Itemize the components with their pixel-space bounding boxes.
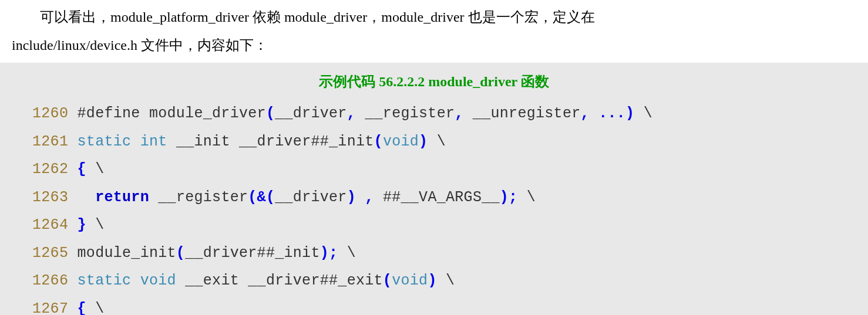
code-token: \ bbox=[428, 133, 446, 150]
line-number: 1261 bbox=[32, 133, 68, 150]
code-token bbox=[131, 133, 140, 150]
code-token: void bbox=[392, 272, 428, 289]
code-title: 示例代码 56.2.2.2 module_driver 函数 bbox=[32, 69, 836, 96]
code-token: #define module_driver bbox=[68, 105, 266, 122]
code-token bbox=[68, 216, 77, 233]
code-line: 1264 } \ bbox=[32, 211, 836, 239]
code-token: __register bbox=[149, 189, 248, 206]
code-line: 1263 return __register(&(__driver) , ##_… bbox=[32, 184, 836, 212]
line-number: 1260 bbox=[32, 105, 68, 122]
code-line: 1260 #define module_driver(__driver, __r… bbox=[32, 100, 836, 128]
code-token: __driver bbox=[275, 189, 346, 206]
code-token: __register bbox=[356, 105, 455, 122]
line-number: 1265 bbox=[32, 245, 68, 262]
code-token bbox=[68, 189, 95, 206]
code-token: { bbox=[78, 300, 86, 315]
code-token: \ bbox=[437, 272, 455, 289]
code-line: 1265 module_init(__driver##_init); \ bbox=[32, 239, 836, 267]
code-token: \ bbox=[86, 161, 105, 178]
line-number: 1264 bbox=[32, 216, 68, 233]
description-paragraph-line1: 可以看出，module_platform_driver 依赖 module_dr… bbox=[0, 0, 868, 34]
code-token: static bbox=[78, 272, 132, 289]
code-token bbox=[68, 133, 77, 150]
code-block: 示例代码 56.2.2.2 module_driver 函数 1260 #def… bbox=[0, 63, 868, 315]
description-paragraph-line2: include/linux/device.h 文件中，内容如下： bbox=[0, 34, 868, 62]
code-token: ( bbox=[266, 105, 275, 122]
code-token: \ bbox=[634, 105, 652, 122]
code-token: void bbox=[140, 272, 176, 289]
code-token: , bbox=[455, 105, 463, 122]
code-token bbox=[68, 300, 77, 315]
code-token: , bbox=[581, 105, 590, 122]
line-number: 1262 bbox=[32, 161, 68, 178]
code-token bbox=[68, 272, 77, 289]
code-line: 1261 static int __init __driver##_init(v… bbox=[32, 128, 836, 156]
code-token: \ bbox=[86, 300, 105, 315]
code-token: ); bbox=[320, 245, 338, 262]
code-token: __init __driver##_init bbox=[167, 133, 374, 150]
code-token bbox=[356, 189, 365, 206]
code-token: , bbox=[347, 105, 356, 122]
code-token: void bbox=[383, 133, 419, 150]
code-line: 1262 { \ bbox=[32, 155, 836, 184]
code-token: __driver##_init bbox=[185, 245, 320, 262]
code-token: __unregister bbox=[464, 105, 581, 122]
code-line: 1267 { \ bbox=[32, 295, 836, 315]
code-token: int bbox=[140, 133, 167, 150]
code-token: ) bbox=[347, 189, 356, 206]
code-line: 1266 static void __exit __driver##_exit(… bbox=[32, 267, 836, 295]
code-token: \ bbox=[338, 245, 356, 262]
code-token: ) bbox=[428, 272, 436, 289]
code-token: ...) bbox=[598, 105, 634, 122]
code-token: ( bbox=[383, 272, 392, 289]
code-token: \ bbox=[86, 216, 105, 233]
code-token bbox=[590, 105, 598, 122]
code-token: module_init bbox=[68, 245, 176, 262]
code-token: } bbox=[78, 216, 86, 233]
code-token: ) bbox=[419, 133, 428, 150]
code-token: static bbox=[78, 133, 132, 150]
line-number: 1263 bbox=[32, 189, 68, 206]
code-token bbox=[68, 161, 77, 178]
code-lines-container: 1260 #define module_driver(__driver, __r… bbox=[32, 100, 836, 315]
code-token bbox=[131, 272, 140, 289]
code-token: { bbox=[78, 161, 86, 178]
code-token: ##__VA_ARGS__ bbox=[374, 189, 500, 206]
code-token: __exit __driver##_exit bbox=[176, 272, 383, 289]
code-token: \ bbox=[517, 189, 536, 206]
code-token: ( bbox=[374, 133, 383, 150]
code-token: ); bbox=[500, 189, 518, 206]
code-token: return bbox=[95, 189, 149, 206]
line-number: 1266 bbox=[32, 272, 68, 289]
code-token: (&( bbox=[248, 189, 275, 206]
line-number: 1267 bbox=[32, 300, 68, 315]
code-token: ( bbox=[176, 245, 185, 262]
code-token: __driver bbox=[275, 105, 346, 122]
code-token: , bbox=[365, 189, 374, 206]
